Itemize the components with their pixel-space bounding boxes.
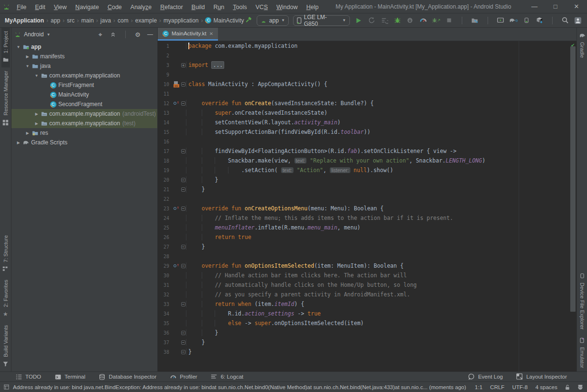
code-line-31[interactable]: 31 // automatically handle clicks on the…	[158, 280, 576, 290]
menu-edit[interactable]: Edit	[31, 4, 50, 11]
code-line-35[interactable]: 35 else -> super.onOptionsItemSelected(i…	[158, 318, 576, 328]
toolwindow-toggle-icon[interactable]	[4, 384, 9, 390]
tree-row-firstfragment[interactable]: CFirstFragment	[11, 80, 157, 90]
locate-icon[interactable]: ⌖	[96, 30, 105, 39]
fold-collapse-icon[interactable]: −	[181, 82, 186, 87]
menu-run[interactable]: Run	[209, 4, 228, 11]
tree-row-app[interactable]: ▼app	[11, 42, 157, 52]
tree-row-com-example-myapplication[interactable]: ▶com.example.myapplication(androidTest)	[11, 109, 157, 119]
code-line-1[interactable]: 1package com.example.myapplication	[158, 41, 576, 51]
breadcrumb-item-app[interactable]: app	[51, 17, 60, 24]
stop-icon[interactable]	[445, 16, 453, 25]
tree-row-manifests[interactable]: ▶manifests	[11, 52, 157, 61]
code-line-11[interactable]: 11	[158, 89, 576, 98]
code-line-33[interactable]: 33− return when (item.itemId) {	[158, 299, 576, 309]
tree-expanded-icon[interactable]: ▼	[33, 74, 40, 78]
code-line-26[interactable]: 26 return true	[158, 232, 576, 242]
breadcrumb-item-src[interactable]: src	[67, 17, 75, 24]
code-line-34[interactable]: 34 R.id.action_settings -> true	[158, 309, 576, 318]
code-line-3[interactable]: 3+import ...	[158, 60, 576, 70]
close-button[interactable]: ✕	[566, 3, 587, 10]
breadcrumb-item-java[interactable]: java	[100, 17, 111, 24]
tree-row-secondfragment[interactable]: CSecondFragment	[11, 99, 157, 109]
lock-icon[interactable]	[565, 384, 570, 390]
code-line-25[interactable]: 25 menuInflater.inflate(R.menu.menu_main…	[158, 223, 576, 232]
toolwindow-button-event-log[interactable]: Event Log	[467, 372, 503, 381]
code-line-16[interactable]: 16	[158, 137, 576, 146]
code-line-14[interactable]: 14 setContentView(R.layout.activity_main…	[158, 118, 576, 127]
profile-icon[interactable]	[419, 16, 427, 25]
code-line-15[interactable]: 15 setSupportActionBar(findViewById(R.id…	[158, 127, 576, 137]
tree-collapsed-icon[interactable]: ▶	[33, 121, 40, 126]
fold-expand-icon[interactable]: +	[181, 63, 186, 67]
project-view-selector[interactable]: Android	[24, 31, 43, 38]
tool-strip-tab-gradle[interactable]: Gradle	[578, 28, 587, 61]
code-line-19[interactable]: 19 .setAction( text: "Action", listener:…	[158, 165, 576, 175]
tree-row-mainactivity[interactable]: CMainActivity	[11, 90, 157, 99]
tool-strip-tab-1-project[interactable]: 1: Project	[1, 28, 10, 67]
code-editor[interactable]: ✔ 1package com.example.myapplication23+i…	[158, 41, 576, 371]
minimize-button[interactable]: —	[524, 3, 545, 10]
tree-collapsed-icon[interactable]: ▶	[33, 112, 40, 116]
tree-row-com-example-myapplication[interactable]: ▼com.example.myapplication	[11, 71, 157, 80]
tool-strip-tab-device-file-explorer[interactable]: Device File Explorer	[578, 268, 587, 333]
toolwindow-button-database-inspector[interactable]: Database Inspector	[98, 372, 156, 381]
tree-row-res[interactable]: ▶res	[11, 128, 157, 138]
breadcrumb-item-MyApplication[interactable]: MyApplication	[5, 17, 44, 24]
toolwindow-button-todo[interactable]: TODO	[14, 372, 41, 381]
tree-expanded-icon[interactable]: ▼	[24, 64, 31, 68]
close-icon[interactable]: ✕	[209, 31, 213, 36]
menu-view[interactable]: View	[50, 4, 71, 11]
tree-collapsed-icon[interactable]: ▶	[24, 131, 31, 135]
breadcrumb-item-example[interactable]: example	[135, 17, 157, 24]
tree-row-java[interactable]: ▼java	[11, 61, 157, 71]
fold-collapse-icon[interactable]: −	[181, 350, 186, 354]
menu-navigate[interactable]: Navigate	[71, 4, 103, 11]
fold-collapse-icon[interactable]: −	[181, 149, 186, 153]
code-line-32[interactable]: 32 // as you specify a parent activity i…	[158, 290, 576, 299]
caret-position[interactable]: 1:1	[475, 384, 482, 390]
profile-low-overhead-icon[interactable]	[432, 16, 440, 25]
code-line-36[interactable]: 36− }	[158, 328, 576, 338]
tool-strip-tab-7-structure[interactable]: 7: Structure	[1, 232, 10, 277]
code-line-22[interactable]: 22	[158, 194, 576, 204]
gradle-sync-icon[interactable]	[509, 16, 518, 25]
tool-strip-tab-build-variants[interactable]: Build Variants	[1, 322, 10, 371]
code-line-24[interactable]: 24 // Inflate the menu; this adds items …	[158, 213, 576, 223]
maximize-button[interactable]: □	[545, 3, 566, 10]
tool-strip-tab-resource-manager[interactable]: Resource Manager	[1, 67, 10, 130]
tree-expanded-icon[interactable]: ▼	[15, 45, 22, 49]
search-everywhere-icon[interactable]	[561, 16, 569, 25]
tree-row-gradle-scripts[interactable]: ▶Gradle Scripts	[11, 138, 157, 147]
code-line-2[interactable]: 2	[158, 51, 576, 60]
line-ending[interactable]: CRLF	[490, 384, 504, 390]
fold-collapse-icon[interactable]: −	[181, 302, 186, 306]
build-hammer-icon[interactable]	[244, 16, 253, 25]
code-line-17[interactable]: 17− findViewById<FloatingActionButton>(R…	[158, 146, 576, 156]
hide-icon[interactable]: —	[146, 30, 154, 39]
code-line-10[interactable]: 10<>−class MainActivity : AppCompatActiv…	[158, 79, 576, 89]
menu-code[interactable]: Code	[103, 4, 126, 11]
sdk-manager-icon[interactable]	[535, 16, 544, 25]
tool-strip-tab-2-favorites[interactable]: 2: Favorites★	[1, 276, 10, 321]
breadcrumb-item-com[interactable]: com	[118, 17, 129, 24]
run-configuration-dropdown[interactable]: app ▼	[257, 15, 289, 26]
code-line-18[interactable]: 18 Snackbar.make(view, text: "Replace wi…	[158, 156, 576, 165]
tree-collapsed-icon[interactable]: ▶	[15, 141, 22, 145]
code-line-29[interactable]: 29↑− override fun onOptionsItemSelected(…	[158, 261, 576, 271]
indent-setting[interactable]: 4 spaces	[535, 384, 557, 390]
toolwindow-button-layout-inspector[interactable]: Layout Inspector	[515, 372, 567, 381]
attach-debugger-icon[interactable]	[406, 16, 414, 25]
code-line-30[interactable]: 30 // Handle action bar item clicks here…	[158, 271, 576, 280]
file-encoding[interactable]: UTF-8	[512, 384, 528, 390]
code-line-13[interactable]: 13 super.onCreate(savedInstanceState)	[158, 108, 576, 118]
running-devices-icon[interactable]	[496, 16, 505, 25]
menu-help[interactable]: Help	[302, 4, 323, 11]
fold-collapse-icon[interactable]: −	[181, 178, 186, 182]
rerun-icon[interactable]	[367, 16, 376, 25]
device-manager-icon[interactable]	[470, 16, 479, 25]
menu-file[interactable]: File	[12, 4, 31, 11]
toolwindow-button-6-logcat[interactable]: 6: Logcat	[210, 372, 243, 381]
avd-manager-icon[interactable]	[522, 16, 531, 25]
run-button[interactable]	[354, 16, 363, 25]
